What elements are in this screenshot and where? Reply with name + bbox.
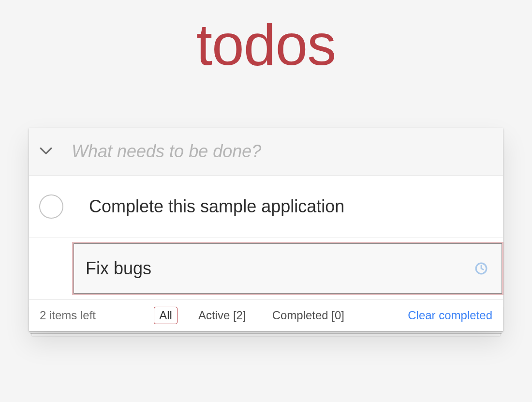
filter-active[interactable]: Active [2] bbox=[193, 307, 251, 324]
todo-list: Complete this sample application bbox=[29, 176, 503, 299]
new-todo-input[interactable] bbox=[58, 128, 503, 175]
clear-completed-button[interactable]: Clear completed bbox=[408, 309, 492, 322]
todo-edit-input[interactable] bbox=[74, 243, 502, 294]
app-title: todos bbox=[29, 0, 503, 79]
todo-label[interactable]: Complete this sample application bbox=[74, 186, 503, 226]
chevron-down-icon bbox=[34, 147, 58, 156]
todo-item: Complete this sample application bbox=[29, 176, 503, 238]
todo-toggle[interactable] bbox=[39, 194, 63, 219]
todo-app: Complete this sample application 2 items… bbox=[29, 128, 503, 331]
header bbox=[29, 128, 503, 176]
todo-item bbox=[29, 238, 503, 299]
filter-completed[interactable]: Completed [0] bbox=[267, 307, 350, 324]
items-left-count: 2 items left bbox=[40, 309, 96, 322]
filter-group: All Active [2] Completed [0] bbox=[115, 307, 388, 324]
footer: 2 items left All Active [2] Completed [0… bbox=[29, 299, 503, 331]
filter-all[interactable]: All bbox=[154, 307, 177, 324]
toggle-all-button[interactable] bbox=[29, 147, 58, 156]
